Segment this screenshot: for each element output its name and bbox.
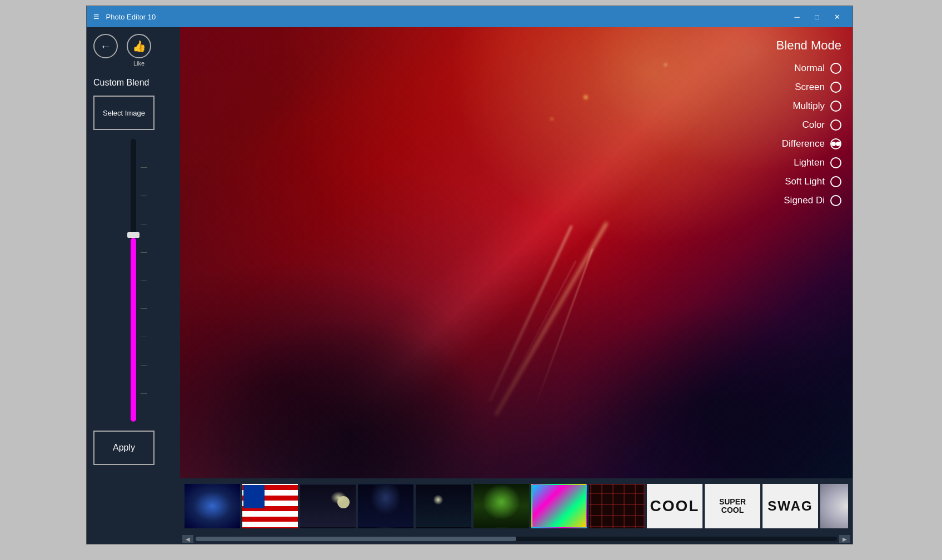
filmstrip-item-green[interactable]	[474, 484, 529, 528]
blend-label-difference: Difference	[782, 138, 825, 149]
slider-tick	[141, 281, 147, 281]
close-button[interactable]: ✕	[828, 9, 846, 24]
filmstrip-item-swag[interactable]: SWAG	[762, 484, 818, 528]
scroll-left-arrow[interactable]: ◀	[182, 535, 193, 543]
main-image-area: Blend Mode Normal Screen Multiply Color	[180, 27, 853, 478]
filmstrip-item-blue-flowers[interactable]	[185, 484, 240, 528]
color-overlay	[180, 27, 853, 478]
app-window: ≡ Photo Editor 10 ─ □ ✕ ← 👍 Like Custom …	[86, 6, 853, 544]
titlebar: ≡ Photo Editor 10 ─ □ ✕	[87, 6, 853, 27]
custom-blend-title: Custom Blend	[93, 78, 173, 88]
like-button[interactable]: 👍	[127, 34, 151, 58]
blend-option-screen[interactable]: Screen	[752, 82, 841, 93]
filmstrip-item-night-blue[interactable]	[358, 484, 413, 528]
sidebar: ← 👍 Like Custom Blend Select Image	[87, 27, 180, 478]
scroll-thumb[interactable]	[196, 537, 516, 541]
radio-screen[interactable]	[830, 82, 841, 93]
radio-difference[interactable]	[830, 138, 841, 149]
blend-mode-title: Blend Mode	[752, 38, 841, 53]
blend-label-color: Color	[802, 119, 825, 131]
filmstrip-item-night-moon[interactable]	[300, 484, 356, 528]
blend-label-multiply: Multiply	[793, 101, 825, 112]
blend-option-softlight[interactable]: Soft Light	[752, 176, 841, 187]
filmstrip-item-clouds[interactable]	[820, 484, 848, 528]
slider-tick	[141, 308, 147, 309]
blend-option-lighten[interactable]: Lighten	[752, 157, 841, 168]
filmstrip-item-cool[interactable]: COOL	[647, 484, 702, 528]
slider-thumb[interactable]	[127, 232, 139, 238]
cool-text: COOL	[650, 497, 700, 515]
hamburger-menu[interactable]: ≡	[93, 11, 99, 23]
slider-tick	[141, 252, 147, 253]
canvas-image	[180, 27, 853, 478]
filmstrip-item-grid-red[interactable]	[589, 484, 645, 528]
slider-tick	[141, 167, 147, 168]
back-button[interactable]: ←	[93, 34, 118, 58]
bokeh-1	[584, 95, 588, 99]
slider-tick	[141, 393, 147, 394]
bokeh-3	[550, 117, 554, 121]
blend-label-screen: Screen	[795, 82, 825, 93]
blend-label-signeddi: Signed Di	[784, 195, 825, 206]
scroll-track[interactable]	[196, 537, 837, 541]
toolbar-row: ← 👍 Like	[93, 34, 173, 67]
blend-label-normal: Normal	[794, 63, 825, 74]
like-label: Like	[133, 60, 144, 67]
slider-tick	[141, 365, 147, 366]
moon-shape	[337, 496, 350, 508]
radio-softlight[interactable]	[830, 176, 841, 187]
filmstrip-scroll[interactable]: COOL SUPERCOOL SWAG	[185, 484, 848, 528]
like-container: 👍 Like	[127, 34, 151, 67]
radio-normal[interactable]	[830, 63, 841, 74]
blend-option-color[interactable]: Color	[752, 119, 841, 131]
window-title: Photo Editor 10	[106, 13, 788, 21]
radio-color[interactable]	[830, 119, 841, 131]
radio-lighten[interactable]	[830, 157, 841, 168]
filmstrip: COOL SUPERCOOL SWAG	[87, 478, 853, 534]
slider-tick	[141, 196, 147, 196]
swag-text: SWAG	[767, 498, 813, 514]
opacity-slider-container	[93, 130, 173, 431]
filmstrip-item-colorful-hands[interactable]	[531, 484, 587, 528]
filmstrip-item-moon2[interactable]	[416, 484, 471, 528]
slider-fill	[131, 238, 136, 422]
maximize-button[interactable]: □	[808, 9, 826, 24]
filmstrip-item-flag[interactable]	[242, 484, 298, 528]
blend-option-normal[interactable]: Normal	[752, 63, 841, 74]
minimize-button[interactable]: ─	[788, 9, 806, 24]
blend-option-multiply[interactable]: Multiply	[752, 101, 841, 112]
horizontal-scrollbar: ◀ ▶	[87, 534, 853, 544]
radio-signeddi[interactable]	[830, 195, 841, 206]
blend-option-difference[interactable]: Difference	[752, 138, 841, 149]
select-image-button[interactable]: Select Image	[93, 96, 154, 130]
filmstrip-item-supercool[interactable]: SUPERCOOL	[705, 484, 760, 528]
blend-option-signeddi[interactable]: Signed Di	[752, 195, 841, 206]
content-area: ← 👍 Like Custom Blend Select Image	[87, 27, 853, 478]
blend-label-lighten: Lighten	[794, 157, 825, 168]
slider-tick	[141, 224, 147, 224]
blend-mode-panel: Blend Mode Normal Screen Multiply Color	[752, 38, 841, 214]
supercool-text: SUPERCOOL	[719, 498, 746, 515]
scroll-right-arrow[interactable]: ▶	[839, 535, 850, 543]
window-controls: ─ □ ✕	[788, 9, 846, 24]
slider-tick	[141, 337, 147, 337]
blend-label-softlight: Soft Light	[785, 176, 825, 187]
radio-multiply[interactable]	[830, 101, 841, 112]
apply-button[interactable]: Apply	[93, 431, 154, 465]
opacity-slider-track[interactable]	[131, 139, 136, 422]
